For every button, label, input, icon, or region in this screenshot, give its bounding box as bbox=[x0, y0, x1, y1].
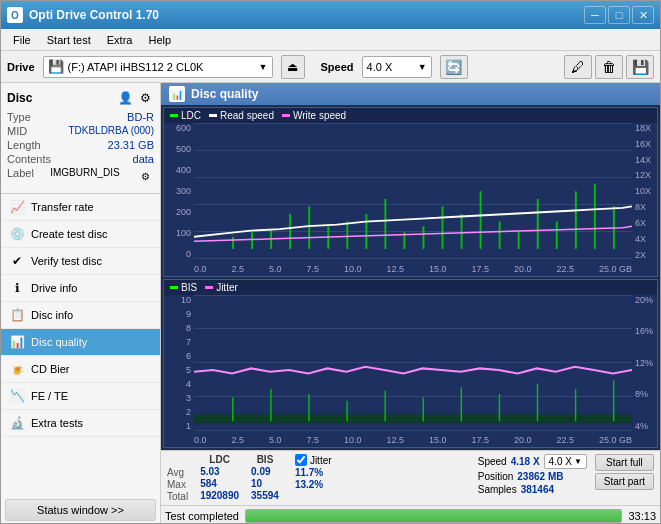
menu-help[interactable]: Help bbox=[140, 32, 179, 48]
disc-quality-header: 📊 Disc quality bbox=[161, 83, 660, 105]
main-layout: Disc 👤 ⚙ Type BD-R MID TDKBLDRBA (000) L… bbox=[1, 83, 660, 524]
charts-area: LDC Read speed Write speed 6005004003002… bbox=[161, 105, 660, 450]
sidebar-item-fe-te[interactable]: 📉 FE / TE bbox=[1, 383, 160, 410]
disc-icon-2[interactable]: ⚙ bbox=[136, 89, 154, 107]
jitter-checkbox-row: Jitter bbox=[295, 454, 332, 466]
svg-rect-24 bbox=[308, 393, 309, 420]
sidebar-item-disc-info[interactable]: 📋 Disc info bbox=[1, 302, 160, 329]
samples-row: Samples 381464 bbox=[478, 484, 587, 495]
chart1-inner: 6005004003002001000 18X16X14X12X10X8X6X4… bbox=[164, 123, 657, 276]
chart-bis: BIS Jitter 10987654321 20%16%12%8%4% bbox=[163, 279, 658, 449]
svg-rect-30 bbox=[537, 383, 538, 421]
jitter-dot bbox=[205, 286, 213, 289]
legend-bis: BIS bbox=[170, 282, 197, 293]
start-full-button[interactable]: Start full bbox=[595, 454, 654, 471]
toolbar-icon-1[interactable]: 🖊 bbox=[564, 55, 592, 79]
chart2-yaxis-right: 20%16%12%8%4% bbox=[632, 295, 657, 432]
chart2-svg bbox=[194, 295, 632, 432]
svg-rect-31 bbox=[575, 388, 576, 420]
drive-icon: 💾 bbox=[48, 59, 64, 74]
speed-stat-select[interactable]: 4.0 X ▼ bbox=[544, 454, 587, 469]
speed-refresh-button[interactable]: 🔄 bbox=[440, 55, 468, 79]
jitter-col-header: Jitter bbox=[310, 455, 332, 466]
minimize-button[interactable]: ─ bbox=[584, 6, 606, 24]
samples-val: 381464 bbox=[521, 484, 554, 495]
start-part-button[interactable]: Start part bbox=[595, 473, 654, 490]
svg-rect-23 bbox=[270, 388, 271, 420]
svg-rect-29 bbox=[499, 393, 500, 420]
drive-info-icon: ℹ bbox=[9, 280, 25, 296]
drive-value: (F:) ATAPI iHBS112 2 CL0K bbox=[68, 61, 204, 73]
time-text: 33:13 bbox=[628, 510, 656, 522]
samples-label: Samples bbox=[478, 484, 517, 495]
close-button[interactable]: ✕ bbox=[632, 6, 654, 24]
sidebar-item-drive-info[interactable]: ℹ Drive info bbox=[1, 275, 160, 302]
label-icon[interactable]: ⚙ bbox=[136, 167, 154, 185]
bis-dot bbox=[170, 286, 178, 289]
app-title: Opti Drive Control 1.70 bbox=[29, 8, 159, 22]
bottom-bar: Test completed 33:13 bbox=[161, 505, 660, 524]
fe-te-icon: 📉 bbox=[9, 388, 25, 404]
svg-rect-1 bbox=[251, 232, 253, 249]
toolbar-icon-2[interactable]: 🗑 bbox=[595, 55, 623, 79]
svg-rect-28 bbox=[461, 387, 462, 421]
eject-button[interactable]: ⏏ bbox=[281, 55, 305, 79]
nav-items: 📈 Transfer rate 💿 Create test disc ✔ Ver… bbox=[1, 194, 160, 495]
total-label: Total bbox=[167, 491, 188, 502]
jitter-max: 13.2% bbox=[295, 479, 323, 490]
speed-value: 4.0 X bbox=[367, 61, 393, 73]
content-area: 📊 Disc quality LDC Read speed bbox=[161, 83, 660, 524]
status-window-button[interactable]: Status window >> bbox=[6, 500, 155, 520]
sidebar-item-create-test-disc[interactable]: 💿 Create test disc bbox=[1, 221, 160, 248]
sidebar-item-transfer-rate[interactable]: 📈 Transfer rate bbox=[1, 194, 160, 221]
right-stats: Speed 4.18 X 4.0 X ▼ Position 23862 MB bbox=[478, 454, 654, 502]
svg-rect-4 bbox=[308, 206, 310, 248]
menu-file[interactable]: File bbox=[5, 32, 39, 48]
svg-rect-19 bbox=[594, 184, 596, 249]
disc-icon-1[interactable]: 👤 bbox=[116, 89, 134, 107]
write-speed-dot bbox=[282, 114, 290, 117]
chart-ldc: LDC Read speed Write speed 6005004003002… bbox=[163, 107, 658, 277]
avg-label: Avg bbox=[167, 467, 184, 478]
jitter-label-legend: Jitter bbox=[216, 282, 238, 293]
bis-label: BIS bbox=[181, 282, 197, 293]
jitter-checkbox[interactable] bbox=[295, 454, 307, 466]
speed-select-arrow: ▼ bbox=[574, 457, 582, 466]
chart2-xaxis: 0.02.55.07.510.012.515.017.520.022.525.0… bbox=[194, 431, 632, 447]
toolbar-icon-3[interactable]: 💾 bbox=[626, 55, 654, 79]
sidebar-item-verify-test-disc[interactable]: ✔ Verify test disc bbox=[1, 248, 160, 275]
disc-label-value: IMGBURN_DIS bbox=[50, 167, 119, 185]
maximize-button[interactable]: □ bbox=[608, 6, 630, 24]
menubar: File Start test Extra Help bbox=[1, 29, 660, 51]
create-test-disc-label: Create test disc bbox=[31, 228, 107, 240]
contents-label: Contents bbox=[7, 153, 51, 165]
type-value: BD-R bbox=[127, 111, 154, 123]
titlebar: O Opti Drive Control 1.70 ─ □ ✕ bbox=[1, 1, 660, 29]
disc-quality-icon: 📊 bbox=[9, 334, 25, 350]
menu-start-test[interactable]: Start test bbox=[39, 32, 99, 48]
ldc-col-header: LDC bbox=[200, 454, 239, 465]
length-value: 23.31 GB bbox=[108, 139, 154, 151]
position-label: Position bbox=[478, 471, 514, 482]
contents-value: data bbox=[133, 153, 154, 165]
svg-rect-18 bbox=[575, 191, 577, 249]
sidebar-item-extra-tests[interactable]: 🔬 Extra tests bbox=[1, 410, 160, 437]
mid-label: MID bbox=[7, 125, 27, 137]
svg-rect-10 bbox=[423, 226, 425, 249]
jitter-avg: 11.7% bbox=[295, 467, 323, 478]
window-controls[interactable]: ─ □ ✕ bbox=[584, 6, 654, 24]
sidebar-item-disc-quality[interactable]: 📊 Disc quality bbox=[1, 329, 160, 356]
chart1-xaxis: 0.02.55.07.510.012.515.017.520.022.525.0… bbox=[194, 260, 632, 276]
sidebar-item-cd-bier[interactable]: 🍺 CD Bier bbox=[1, 356, 160, 383]
create-test-disc-icon: 💿 bbox=[9, 226, 25, 242]
position-row: Position 23862 MB bbox=[478, 471, 587, 482]
disc-info-label: Disc info bbox=[31, 309, 73, 321]
disc-info-icon: 📋 bbox=[9, 307, 25, 323]
drive-select[interactable]: 💾 (F:) ATAPI iHBS112 2 CL0K ▼ bbox=[43, 56, 273, 78]
read-speed-dot bbox=[209, 114, 217, 117]
menu-extra[interactable]: Extra bbox=[99, 32, 141, 48]
svg-rect-12 bbox=[461, 214, 463, 249]
speed-select[interactable]: 4.0 X ▼ bbox=[362, 56, 432, 78]
app-icon: O bbox=[7, 7, 23, 23]
extra-tests-icon: 🔬 bbox=[9, 415, 25, 431]
